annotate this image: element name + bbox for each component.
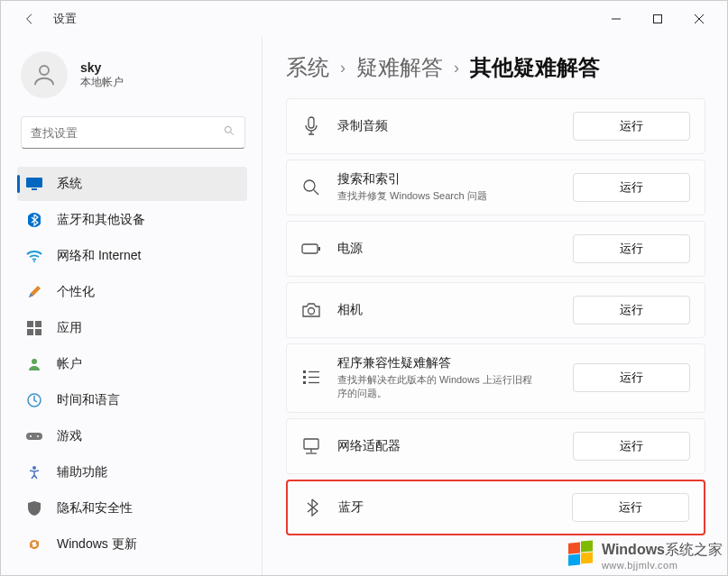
bluetooth-icon [26,212,42,228]
titlebar: 设置 [1,1,727,37]
sidebar-item-accounts[interactable]: 帐户 [17,347,247,381]
run-button[interactable]: 运行 [573,363,690,392]
sidebar-item-accessibility[interactable]: 辅助功能 [17,455,247,489]
settings-window: 设置 sky 本地帐户 系统 [0,0,728,576]
run-button[interactable]: 运行 [573,112,690,141]
svg-rect-9 [27,321,33,327]
svg-line-21 [314,190,318,195]
sidebar-item-time-language[interactable]: 时间和语言 [17,383,247,417]
bluetooth-icon [302,498,322,517]
svg-rect-1 [654,15,662,23]
svg-point-16 [30,435,32,437]
svg-rect-31 [304,439,318,449]
microphone-icon [301,116,321,136]
run-button[interactable]: 运行 [573,296,690,325]
camera-icon [301,300,321,320]
sidebar-item-label: 游戏 [57,428,82,444]
sidebar-item-label: 网络和 Internet [57,248,141,264]
sidebar-item-windows-update[interactable]: Windows 更新 [17,527,247,562]
minimize-button[interactable] [595,5,637,33]
svg-point-3 [225,126,231,133]
svg-rect-27 [303,381,306,384]
troubleshooter-camera: 相机 运行 [286,282,705,338]
profile-name: sky [80,60,124,75]
avatar [21,51,68,98]
troubleshooter-power: 电源 运行 [286,221,705,277]
troubleshooter-bluetooth: 蓝牙 运行 [286,480,705,535]
wifi-icon [26,248,42,264]
sidebar-item-label: 帐户 [57,356,82,372]
paintbrush-icon [26,284,42,300]
svg-point-24 [309,308,315,315]
breadcrumb-other-troubleshoot: 其他疑难解答 [470,53,600,82]
run-button[interactable]: 运行 [573,234,690,263]
sidebar-item-label: 系统 [57,176,82,192]
svg-rect-15 [26,433,42,440]
battery-icon [301,239,321,259]
display-icon [26,176,42,192]
sidebar-item-apps[interactable]: 应用 [17,311,247,345]
sidebar-item-label: Windows 更新 [57,536,137,553]
svg-point-17 [37,435,39,437]
search-icon [301,178,321,197]
svg-rect-10 [35,321,41,327]
breadcrumb-troubleshoot[interactable]: 疑难解答 [356,53,443,82]
apps-icon [26,320,42,336]
gamepad-icon [26,428,42,444]
svg-line-4 [231,133,234,135]
troubleshooter-network-adapter: 网络适配器 运行 [286,418,705,474]
sidebar-item-network[interactable]: 网络和 Internet [17,239,247,273]
svg-point-8 [33,261,35,262]
search-input[interactable] [31,126,223,140]
account-icon [26,356,42,372]
sidebar-item-gaming[interactable]: 游戏 [17,419,247,453]
minimize-icon [611,14,622,24]
svg-point-2 [40,66,49,75]
sidebar-item-label: 个性化 [57,284,95,300]
search-icon [223,124,235,141]
sidebar-item-label: 蓝牙和其他设备 [57,212,145,228]
accessibility-icon [26,464,42,480]
breadcrumb: 系统 › 疑难解答 › 其他疑难解答 [286,53,705,82]
svg-point-20 [304,180,315,191]
search-box[interactable] [21,116,245,149]
breadcrumb-system[interactable]: 系统 [286,53,329,82]
profile-sub: 本地帐户 [80,75,124,90]
sidebar-item-label: 隐私和安全性 [57,500,133,517]
svg-rect-22 [302,244,318,253]
troubleshooter-program-compat: 程序兼容性疑难解答 查找并解决在此版本的 Windows 上运行旧程序的问题。 … [286,343,705,413]
close-button[interactable] [678,5,720,33]
svg-rect-19 [309,117,314,128]
list-icon [301,368,321,388]
main-content: 系统 › 疑难解答 › 其他疑难解答 录制音频 运行 搜索和索引 查找并修复 W… [263,37,727,575]
troubleshooter-record-audio: 录制音频 运行 [286,98,705,154]
sidebar-item-personalization[interactable]: 个性化 [17,275,247,309]
globe-clock-icon [26,392,42,408]
chevron-right-icon: › [454,59,459,78]
svg-point-13 [32,359,37,364]
sidebar-item-label: 应用 [57,320,82,336]
window-title: 设置 [53,11,77,27]
sidebar-item-system[interactable]: 系统 [17,167,247,201]
svg-rect-26 [303,376,306,379]
run-button[interactable]: 运行 [573,432,690,461]
person-icon [31,61,58,88]
svg-rect-6 [32,188,37,190]
run-button[interactable]: 运行 [573,173,690,202]
arrow-left-icon [23,12,37,26]
troubleshooter-search-index: 搜索和索引 查找并修复 Windows Search 问题 运行 [286,160,705,215]
svg-point-18 [32,466,36,470]
back-button[interactable] [19,8,41,30]
shield-icon [26,500,42,517]
sidebar-item-privacy[interactable]: 隐私和安全性 [17,491,247,526]
run-button[interactable]: 运行 [572,493,689,522]
sidebar-item-bluetooth[interactable]: 蓝牙和其他设备 [17,203,247,237]
sidebar-item-label: 时间和语言 [57,392,120,408]
svg-rect-23 [318,247,320,251]
network-adapter-icon [301,436,321,456]
profile-block[interactable]: sky 本地帐户 [1,41,262,116]
svg-rect-25 [303,370,306,373]
svg-rect-12 [35,329,41,335]
maximize-button[interactable] [637,5,678,33]
maximize-icon [652,14,663,24]
